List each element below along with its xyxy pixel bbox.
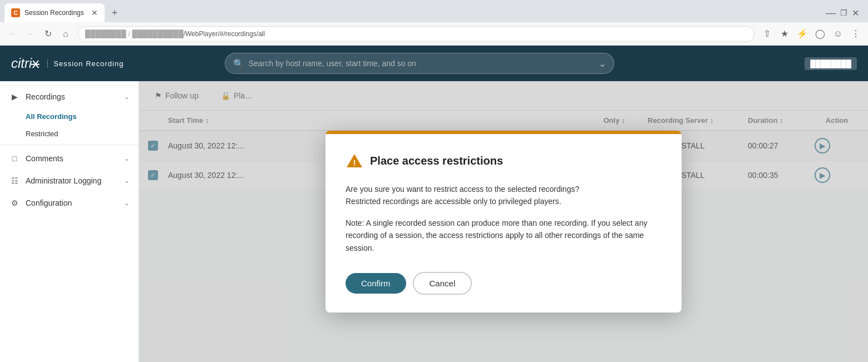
content-area: ⚑ Follow up 🔒 Pla... Start Time ↕ bbox=[139, 81, 868, 362]
user-menu[interactable]: ████████ bbox=[805, 57, 857, 70]
restricted-label: Restricted bbox=[26, 130, 58, 138]
admin-logging-label: Administrator Logging bbox=[26, 176, 119, 185]
browser-toolbar-icons: ⇧ ★ ⚡ ◯ ☺ ⋮ bbox=[759, 26, 864, 42]
search-bar[interactable]: 🔍 ⌄ bbox=[225, 53, 614, 74]
sidebar-item-comments[interactable]: □ Comments ⌄ bbox=[0, 147, 139, 170]
admin-logging-chevron-icon: ⌄ bbox=[124, 177, 130, 185]
configuration-label: Configuration bbox=[26, 199, 119, 207]
sidebar-item-admin-logging[interactable]: ☷ Administrator Logging ⌄ bbox=[0, 170, 139, 192]
main-content: ▶ Recordings ⌄ All Recordings Restricted… bbox=[0, 81, 868, 362]
browser-controls: ← → ↻ ⌂ ████████ / ██████████ /WebPlayer… bbox=[0, 22, 868, 46]
citrix-brand-text: citrix̶ bbox=[11, 56, 40, 71]
svg-text:!: ! bbox=[353, 158, 356, 167]
modal-overlay: ! Place access restrictions Are you sure… bbox=[139, 81, 868, 362]
maximize-button[interactable]: ❐ bbox=[840, 8, 847, 17]
sidebar: ▶ Recordings ⌄ All Recordings Restricted… bbox=[0, 81, 139, 362]
forward-button[interactable]: → bbox=[22, 26, 38, 42]
share-icon[interactable]: ⇧ bbox=[759, 26, 775, 42]
warning-icon: ! bbox=[346, 152, 363, 170]
tab-favicon: C bbox=[11, 8, 20, 17]
sidebar-divider-1 bbox=[0, 145, 139, 145]
configuration-chevron-icon: ⌄ bbox=[124, 199, 130, 207]
back-button[interactable]: ← bbox=[4, 26, 20, 42]
tab-title: Session Recordings bbox=[24, 9, 87, 17]
modal-description: Are you sure you want to restrict access… bbox=[346, 183, 662, 208]
user-label: ████████ bbox=[810, 59, 851, 68]
comments-icon: □ bbox=[9, 153, 20, 164]
confirm-button[interactable]: Confirm bbox=[346, 273, 406, 294]
cancel-button[interactable]: Cancel bbox=[413, 272, 472, 295]
citrix-logo: citrix̶ Session Recording bbox=[11, 56, 124, 71]
admin-logging-icon: ☷ bbox=[9, 175, 20, 186]
sidebar-item-configuration[interactable]: ⚙ Configuration ⌄ bbox=[0, 192, 139, 214]
app-name-label: Session Recording bbox=[47, 59, 124, 68]
comments-label: Comments bbox=[26, 154, 119, 163]
close-window-button[interactable]: ✕ bbox=[852, 8, 859, 18]
all-recordings-label: All Recordings bbox=[26, 112, 77, 121]
menu-icon[interactable]: ⋮ bbox=[848, 26, 864, 42]
url-grey-part: ████████ / ██████████ bbox=[85, 29, 184, 38]
profile-icon[interactable]: ◯ bbox=[812, 26, 828, 42]
account-icon[interactable]: ☺ bbox=[830, 26, 846, 42]
browser-window: C Session Recordings ✕ + — ❐ ✕ ← → ↻ ⌂ █… bbox=[0, 0, 868, 46]
search-input[interactable] bbox=[249, 59, 594, 68]
address-bar[interactable]: ████████ / ██████████ /WebPlayer/#/recor… bbox=[78, 26, 754, 42]
recordings-icon: ▶ bbox=[9, 91, 20, 102]
minimize-button[interactable]: — bbox=[826, 7, 836, 19]
configuration-icon: ⚙ bbox=[9, 197, 20, 209]
access-restrictions-modal: ! Place access restrictions Are you sure… bbox=[326, 131, 682, 313]
search-dropdown-icon[interactable]: ⌄ bbox=[599, 58, 606, 69]
active-tab[interactable]: C Session Recordings ✕ bbox=[4, 3, 105, 22]
url-path: /WebPlayer/#/recordings/all bbox=[184, 30, 265, 38]
app-header: citrix̶ Session Recording 🔍 ⌄ ████████ bbox=[0, 46, 868, 81]
recordings-submenu: All Recordings Restricted bbox=[0, 108, 139, 142]
sidebar-item-recordings[interactable]: ▶ Recordings ⌄ bbox=[0, 86, 139, 108]
modal-note: Note: A single recorded session can prod… bbox=[346, 217, 662, 254]
new-tab-button[interactable]: + bbox=[107, 5, 122, 21]
tab-close-button[interactable]: ✕ bbox=[91, 8, 98, 17]
recordings-chevron-icon: ⌄ bbox=[124, 93, 130, 101]
bookmark-icon[interactable]: ★ bbox=[777, 26, 792, 42]
app-container: citrix̶ Session Recording 🔍 ⌄ ████████ ▶… bbox=[0, 46, 868, 362]
reload-button[interactable]: ↻ bbox=[40, 26, 56, 42]
recordings-label: Recordings bbox=[26, 92, 119, 101]
sidebar-item-all-recordings[interactable]: All Recordings bbox=[26, 108, 139, 125]
modal-title: ! Place access restrictions bbox=[346, 152, 662, 170]
warning-triangle-icon: ! bbox=[346, 152, 363, 170]
tab-bar: C Session Recordings ✕ + — ❐ ✕ bbox=[0, 0, 868, 22]
modal-body: ! Place access restrictions Are you sure… bbox=[326, 134, 682, 313]
comments-chevron-icon: ⌄ bbox=[124, 155, 130, 162]
home-button[interactable]: ⌂ bbox=[58, 26, 73, 42]
extensions-icon[interactable]: ⚡ bbox=[795, 26, 810, 42]
sidebar-item-restricted[interactable]: Restricted bbox=[26, 125, 139, 142]
modal-actions: Confirm Cancel bbox=[346, 272, 662, 295]
search-icon: 🔍 bbox=[233, 58, 244, 69]
